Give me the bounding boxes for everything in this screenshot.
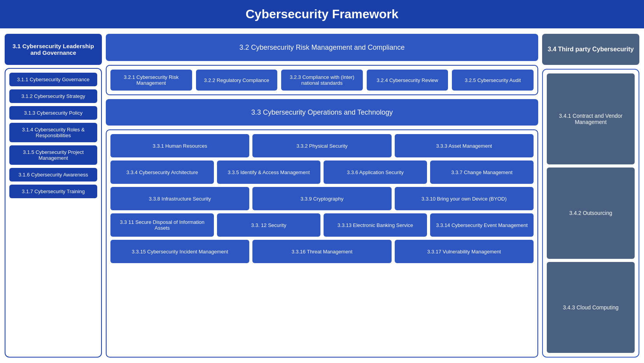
left-item-312[interactable]: 3.1.2 Cybersecurity Strategy	[9, 89, 97, 103]
right-item-342[interactable]: 3.4.2 Outsourcing	[547, 168, 635, 258]
box-3317[interactable]: 3.3.17 Vulnerability Management	[395, 240, 534, 263]
box-324[interactable]: 3.2.4 Cybersecurity Review	[367, 70, 448, 91]
box-3315[interactable]: 3.3.15 Cybersecurity Incident Management	[110, 240, 249, 263]
sub-container-33: 3.3.1 Human Resources 3.3.2 Physical Sec…	[106, 129, 538, 358]
box-336[interactable]: 3.3.6 Application Security	[324, 161, 427, 184]
box-337[interactable]: 3.3.7 Change Management	[430, 161, 534, 184]
box-31: 3.1 Cybersecurity Leadership and Governa…	[5, 34, 102, 65]
box-331[interactable]: 3.3.1 Human Resources	[110, 134, 249, 157]
box-3316[interactable]: 3.3.16 Threat Management	[252, 240, 391, 263]
row-33-5: 3.3.15 Cybersecurity Incident Management…	[110, 240, 534, 263]
box-321[interactable]: 3.2.1 Cybersecurity Risk Management	[110, 70, 192, 91]
left-item-311[interactable]: 3.1.1 Cybersecurity Governance	[9, 73, 97, 86]
box-34: 3.4 Third party Cybersecurity	[542, 34, 639, 65]
left-item-314[interactable]: 3.1.4 Cybersecurity Roles & Responsibili…	[9, 123, 97, 142]
left-item-313[interactable]: 3.1.3 Cybersecurity Policy	[9, 106, 97, 120]
row-33-3: 3.3.8 Infrastructure Security 3.3.9 Cryp…	[110, 187, 534, 210]
page-title: Cybersecurity Framework	[245, 7, 398, 21]
box-334[interactable]: 3.3.4 Cybersecurity Architecture	[110, 161, 214, 184]
page-wrapper: Cybersecurity Framework 3.1 Cybersecurit…	[0, 0, 644, 363]
right-item-341[interactable]: 3.4.1 Contract and Vendor Management	[547, 73, 635, 164]
box-3312[interactable]: 3.3. 12 Security	[217, 213, 320, 237]
row-33-2: 3.3.4 Cybersecurity Architecture 3.3.5 I…	[110, 161, 534, 184]
box-322[interactable]: 3.2.2 Regulatory Compliance	[196, 70, 278, 91]
box-3313[interactable]: 3.3.13 Electronic Banking Service	[324, 213, 427, 237]
sub-row-32: 3.2.1 Cybersecurity Risk Management 3.2.…	[106, 65, 538, 95]
box-339[interactable]: 3.3.9 Cryptography	[252, 187, 391, 210]
box-3310[interactable]: 3.3.10 Bring your own Device (BYOD)	[395, 187, 534, 210]
main-content: 3.1 Cybersecurity Leadership and Governa…	[0, 28, 644, 363]
box-338[interactable]: 3.3.8 Infrastructure Security	[110, 187, 249, 210]
row-33-4: 3.3 11 Secure Disposal of Information As…	[110, 213, 534, 237]
box-325[interactable]: 3.2.5 Cybersecurity Audit	[452, 70, 534, 91]
box-335[interactable]: 3.3.5 Identify & Access Management	[217, 161, 320, 184]
box-3314[interactable]: 3.3.14 Cybersecurity Event Management	[430, 213, 534, 237]
box-3311[interactable]: 3.3 11 Secure Disposal of Information As…	[110, 213, 214, 237]
left-item-315[interactable]: 3.1.5 Cybersecurity Project Management	[9, 145, 97, 165]
right-item-343[interactable]: 3.4.3 Cloud Computing	[547, 262, 635, 353]
left-item-316[interactable]: 3.1.6 Cybersecurity Awareness	[9, 168, 97, 182]
left-sub-container: 3.1.1 Cybersecurity Governance 3.1.2 Cyb…	[5, 68, 102, 358]
right-column: 3.4 Third party Cybersecurity 3.4.1 Cont…	[542, 34, 639, 358]
box-323[interactable]: 3.2.3 Compliance with (Inter) national s…	[281, 70, 363, 91]
middle-column: 3.2 Cybersecurity Risk Management and Co…	[106, 34, 538, 358]
right-sub-container: 3.4.1 Contract and Vendor Management 3.4…	[542, 69, 639, 358]
page-header: Cybersecurity Framework	[0, 0, 644, 28]
row-33-1: 3.3.1 Human Resources 3.3.2 Physical Sec…	[110, 134, 534, 157]
left-item-317[interactable]: 3.1.7 Cybersecurity Training	[9, 185, 97, 198]
box-32: 3.2 Cybersecurity Risk Management and Co…	[106, 34, 538, 61]
box-333[interactable]: 3.3.3 Asset Management	[395, 134, 534, 157]
left-column: 3.1 Cybersecurity Leadership and Governa…	[5, 34, 102, 358]
box-332[interactable]: 3.3.2 Physical Security	[252, 134, 391, 157]
box-33-header: 3.3 Cybersecurity Operations and Technol…	[106, 99, 538, 126]
